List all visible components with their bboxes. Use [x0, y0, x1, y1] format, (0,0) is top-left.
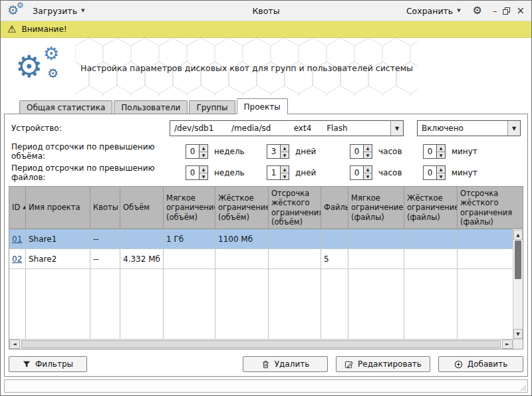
grace-volume-weeks-stepper[interactable]: 0 ▲▼: [186, 144, 208, 159]
column-header-project-name[interactable]: Имя проекта: [26, 187, 90, 229]
grace-files-hours-value[interactable]: 0: [350, 165, 363, 180]
grace-files-minutes-stepper[interactable]: 0 ▲▼: [423, 165, 446, 180]
table-row[interactable]: 02 Share2 -- 4.332 Мб 5: [9, 249, 513, 269]
column-header-label: ID: [12, 203, 20, 212]
grace-volume-hours-value[interactable]: 0: [350, 144, 363, 159]
resize-grip[interactable]: [518, 383, 527, 391]
spin-up-icon[interactable]: ▲: [200, 166, 207, 173]
grace-volume-weeks-value[interactable]: 0: [186, 144, 199, 159]
horizontal-scrollbar[interactable]: ◄ ►: [9, 339, 513, 349]
grace-files-row: Период отсрочки по превышению файлов: 0 …: [11, 163, 521, 182]
cell-project-name: Share2: [26, 249, 90, 268]
scroll-down-icon[interactable]: ▼: [513, 329, 523, 339]
cell-files: 5: [321, 249, 348, 268]
spin-down-icon[interactable]: ▼: [281, 173, 289, 180]
window-controls: – ×: [493, 6, 525, 16]
spin-down-icon[interactable]: ▼: [364, 173, 372, 180]
chevron-down-icon: ▼: [457, 8, 460, 13]
grace-volume-minutes-value[interactable]: 0: [423, 144, 436, 159]
spin-up-icon[interactable]: ▲: [281, 145, 289, 152]
scroll-right-icon[interactable]: ►: [502, 340, 513, 349]
spin-up-icon[interactable]: ▲: [200, 145, 207, 152]
app-header: ⚙⚙⚙ Настройка параметров дисковых квот д…: [1, 38, 531, 98]
column-header-hard-limit-files[interactable]: Жёсткое ограничение (файлы): [404, 187, 458, 229]
row-id-link[interactable]: 01: [12, 235, 22, 244]
grace-files-label: Период отсрочки по превышению файлов:: [11, 163, 186, 182]
tab-projects[interactable]: Проекты: [237, 98, 288, 114]
grace-files-minutes-value[interactable]: 0: [423, 165, 436, 180]
save-menu-label: Сохранить: [406, 6, 453, 16]
restore-button[interactable]: [503, 7, 510, 15]
spin-up-icon[interactable]: ▲: [437, 145, 445, 152]
days-unit-label: дней: [295, 147, 316, 156]
grace-volume-minutes-stepper[interactable]: 0 ▲▼: [423, 144, 446, 159]
minimize-button[interactable]: –: [493, 7, 497, 15]
edit-button-label: Редактировать: [358, 359, 422, 369]
spin-up-icon[interactable]: ▲: [364, 166, 372, 173]
add-button-label: Добавить: [467, 359, 507, 369]
spin-down-icon[interactable]: ▼: [200, 152, 207, 159]
spin-down-icon[interactable]: ▼: [281, 152, 289, 159]
tab-groups[interactable]: Группы: [189, 100, 235, 114]
cell-grace-files: [458, 249, 513, 268]
spin-down-icon[interactable]: ▼: [200, 173, 207, 180]
spin-up-icon[interactable]: ▲: [281, 166, 289, 173]
scroll-up-icon[interactable]: ▲: [513, 230, 523, 240]
cell-files: [321, 229, 348, 248]
column-header-soft-limit-files[interactable]: Мягкое ограничение (файлы): [348, 187, 404, 229]
grace-files-weeks-value[interactable]: 0: [186, 165, 199, 180]
spin-down-icon[interactable]: ▼: [437, 152, 445, 159]
table-row[interactable]: 01 Share1 -- 1 Гб 1100 Мб: [9, 229, 513, 249]
main-panel: Устройство: /dev/sdb1 /media/sd ext4 Fla…: [4, 114, 528, 377]
cell-project-name: Share1: [26, 229, 90, 248]
column-header-grace-files[interactable]: Отсрочка жёсткого ограничения (файлы): [458, 187, 523, 229]
device-select[interactable]: /dev/sdb1 /media/sd ext4 Flash ▼: [170, 120, 404, 136]
scroll-left-icon[interactable]: ◄: [9, 340, 20, 349]
tab-general-statistics[interactable]: Общая статистика: [19, 100, 112, 114]
grace-volume-row: Период отсрочки по превышению объёма: 0 …: [11, 142, 521, 161]
add-button[interactable]: Добавить: [438, 356, 523, 372]
row-id-link[interactable]: 02: [12, 254, 22, 264]
cell-grace-files: [458, 229, 513, 248]
cell-soft-limit-volume: 1 Гб: [164, 229, 215, 248]
horizontal-scroll-thumb[interactable]: [21, 340, 501, 348]
delete-button[interactable]: Удалить: [243, 356, 328, 372]
grace-volume-hours-stepper[interactable]: 0 ▲▼: [350, 144, 372, 159]
close-button[interactable]: ×: [516, 6, 525, 16]
grace-files-days-stepper[interactable]: 1 ▲▼: [267, 165, 289, 180]
titlebar: ⚙⚙ Загрузить ▼ Квоты Сохранить ▼ ⚙ – ×: [1, 1, 531, 21]
quota-status-dropdown-icon[interactable]: ▼: [507, 121, 520, 136]
grace-files-days-value[interactable]: 1: [267, 165, 280, 180]
edit-button[interactable]: Редактировать: [336, 356, 430, 372]
spin-up-icon[interactable]: ▲: [364, 145, 372, 152]
quota-status-select[interactable]: Включено ▼: [417, 120, 521, 136]
device-select-value: /dev/sdb1 /media/sd ext4 Flash: [170, 121, 390, 136]
filters-button[interactable]: Фильтры: [9, 356, 87, 372]
column-header-soft-limit-volume[interactable]: Мягкое ограничение (объём): [164, 187, 215, 229]
settings-gear-icon[interactable]: ⚙: [473, 5, 482, 16]
vertical-scrollbar[interactable]: ▲ ▼: [513, 230, 523, 339]
grace-volume-days-value[interactable]: 3: [267, 144, 280, 159]
spin-up-icon[interactable]: ▲: [437, 166, 445, 173]
tab-users[interactable]: Пользователи: [114, 100, 188, 114]
column-header-files[interactable]: Файлы: [321, 187, 348, 229]
quota-status-value: Включено: [418, 121, 507, 136]
spin-down-icon[interactable]: ▼: [364, 152, 372, 159]
grace-files-hours-stepper[interactable]: 0 ▲▼: [350, 165, 372, 180]
grace-volume-days-stepper[interactable]: 3 ▲▼: [267, 144, 289, 159]
column-header-hard-limit-volume[interactable]: Жёсткое ограничение (объём): [215, 187, 269, 229]
save-menu-button[interactable]: Сохранить ▼: [404, 3, 464, 19]
warning-icon: ⚠: [7, 25, 16, 35]
chevron-down-icon: ▼: [81, 8, 84, 13]
column-header-quotas[interactable]: Квоты: [90, 187, 120, 229]
column-header-volume[interactable]: Объём: [120, 187, 164, 229]
column-header-grace-volume[interactable]: Отсрочка жёсткого ограничения (объём): [269, 187, 321, 229]
projects-table: ID ▲ Имя проекта Квоты Объём Мягкое огра…: [9, 186, 523, 349]
column-header-id[interactable]: ID ▲: [9, 187, 26, 229]
load-menu-button[interactable]: Загрузить ▼: [30, 3, 87, 19]
device-dropdown-icon[interactable]: ▼: [390, 121, 403, 136]
vertical-scroll-thumb[interactable]: [515, 241, 521, 279]
grace-files-weeks-stepper[interactable]: 0 ▲▼: [186, 165, 208, 180]
spin-down-icon[interactable]: ▼: [437, 173, 445, 180]
add-plus-icon: [454, 360, 463, 369]
